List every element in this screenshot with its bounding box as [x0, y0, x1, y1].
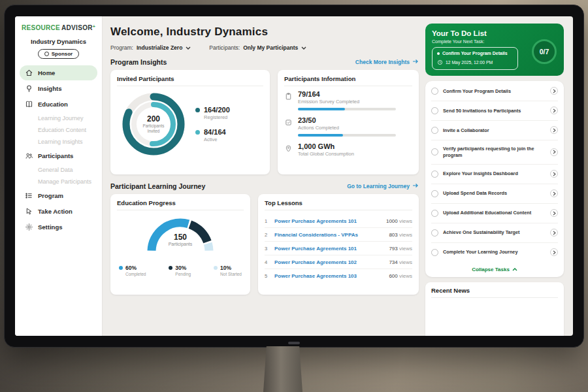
todo-task-list: Confirm Your Program Details Send 50 Inv… [425, 81, 564, 277]
task-checkbox[interactable] [431, 148, 438, 155]
card-title: Invited Participants [117, 75, 263, 86]
sidebar-item-general-data[interactable]: General Data [20, 164, 97, 176]
task-checkbox[interactable] [431, 190, 438, 197]
recent-news-card: Recent News [425, 282, 564, 336]
task-checkbox[interactable] [431, 229, 438, 237]
sidebar-item-label: Program [38, 192, 63, 199]
legend-dot-pending [169, 266, 172, 270]
gauge-center-label: 150 Participants [141, 233, 220, 246]
active-value: 84/164 [204, 128, 226, 136]
emission-survey-value: 79/164 [298, 90, 396, 98]
sidebar-item-insights[interactable]: Insights [20, 81, 97, 96]
legend-dot-registered [195, 108, 200, 112]
sidebar-item-program[interactable]: Program [20, 188, 97, 203]
sidebar-item-education-content[interactable]: Education Content [20, 124, 97, 136]
go-to-learning-journey-link[interactable]: Go to Learning Journey [347, 183, 419, 189]
chevron-right-icon[interactable] [550, 189, 558, 197]
lesson-link[interactable]: Financial Considerations - VPPAs [274, 232, 384, 238]
chevron-right-icon[interactable] [550, 248, 558, 256]
background-room: RESOURCEADVISOR+ Industry Dynamics Spons… [0, 0, 588, 392]
sidebar-item-education[interactable]: Education [20, 97, 97, 112]
task-checkbox[interactable] [431, 127, 438, 134]
chevron-down-icon [301, 44, 306, 51]
sidebar-item-label: Take Action [38, 208, 73, 215]
next-task-box[interactable]: Confirm Your Program Details 12 May 2025… [432, 47, 518, 70]
task-row[interactable]: Upload Additional Educational Content [431, 204, 558, 223]
link-label: Go to Learning Journey [347, 183, 410, 189]
task-row[interactable]: Confirm Your Program Details [431, 82, 558, 101]
main-content: Welcome, Industry Dynamics Program: Indu… [103, 16, 425, 336]
arrow-right-icon [412, 183, 419, 189]
chevron-right-icon[interactable] [550, 209, 558, 217]
program-insights-header: Program Insights Check More Insights [110, 58, 419, 66]
lesson-row: 3 Power Purchase Agreements 101 793 view… [265, 242, 412, 255]
program-filter[interactable]: Program: Industrialize Zero [110, 44, 191, 51]
legend-completed: 60% Completed [119, 265, 146, 276]
chevron-right-icon[interactable] [550, 126, 558, 134]
active-label: Active [204, 137, 226, 142]
bullet-icon [437, 52, 440, 55]
sidebar-item-label: Home [38, 69, 55, 76]
collapse-tasks-button[interactable]: Collapse Tasks [431, 262, 558, 276]
top-lessons-card: Top Lessons 1 Power Purchase Agreements … [258, 194, 419, 295]
sidebar-item-take-action[interactable]: Take Action [20, 204, 97, 219]
arrow-right-icon [412, 59, 419, 65]
chevron-right-icon[interactable] [550, 148, 558, 156]
legend-active: 84/164 Active [195, 128, 230, 142]
lesson-link[interactable]: Power Purchase Agreements 102 [274, 259, 384, 265]
chevron-right-icon[interactable] [550, 87, 558, 95]
clock-icon [437, 59, 443, 66]
sidebar-item-manage-participants[interactable]: Manage Participants [20, 176, 97, 188]
chevron-right-icon[interactable] [550, 229, 558, 237]
sidebar-item-learning-insights[interactable]: Learning Insights [20, 136, 97, 148]
task-checkbox[interactable] [431, 88, 438, 95]
sidebar-item-home[interactable]: Home [20, 65, 97, 80]
actions-completed-value: 23/50 [298, 116, 396, 124]
task-checkbox[interactable] [431, 210, 438, 217]
task-row[interactable]: Complete Your Learning Journey [431, 243, 558, 262]
sidebar-item-learning-journey[interactable]: Learning Journey [20, 112, 97, 124]
consumption-value: 1,000 GWh [298, 142, 354, 150]
lesson-row: 5 Power Purchase Agreements 103 600 view… [265, 269, 412, 282]
legend-dot-active [195, 130, 200, 135]
gauge-center-value: 150 [141, 233, 220, 242]
chevron-right-icon[interactable] [550, 170, 558, 178]
consumption-row: 1,000 GWh Total Global Consumption [284, 142, 412, 160]
sidebar-item-label: Settings [38, 223, 62, 231]
task-checkbox[interactable] [431, 171, 438, 178]
sidebar-item-settings[interactable]: Settings [20, 220, 97, 235]
brand-primary: RESOURCE [22, 24, 60, 31]
sidebar-item-label: Participants [38, 152, 73, 159]
participants-filter[interactable]: Participants: Only My Participants [209, 44, 306, 51]
people-icon [25, 152, 33, 160]
recent-news-title: Recent News [431, 287, 558, 298]
lesson-link[interactable]: Power Purchase Agreements 103 [274, 273, 384, 279]
legend-not-started: 10% Not Started [214, 265, 242, 276]
actions-completed-label: Actions Completed [298, 125, 396, 131]
donut-center-caption: Participants Invited [139, 123, 169, 134]
chevron-right-icon[interactable] [550, 106, 558, 114]
task-row[interactable]: Explore Your Insights Dashboard [431, 165, 558, 184]
sidebar-item-participants[interactable]: Participants [20, 148, 97, 163]
education-progress-card: Education Progress 150 Participants [110, 194, 250, 295]
lesson-link[interactable]: Power Purchase Agreements 101 [274, 246, 384, 252]
due-date: 12 May 2025, 12:00 PM [446, 60, 493, 65]
task-checkbox[interactable] [431, 249, 438, 256]
link-label: Check More Insights [355, 59, 410, 65]
legend-registered: 164/200 Registered [195, 106, 230, 120]
task-row[interactable]: Verify participants requesting to join t… [431, 140, 558, 165]
task-row[interactable]: Achieve One Sustainability Target [431, 223, 558, 243]
todo-summary-card: Your To Do List Complete Your Next Task:… [425, 24, 564, 76]
task-row[interactable]: Invite a Collaborator [431, 121, 558, 140]
learning-journey-header: Participant Learning Journey Go to Learn… [110, 182, 419, 190]
check-more-insights-link[interactable]: Check More Insights [355, 59, 419, 65]
pointer-icon [25, 207, 33, 216]
monitor-stand [263, 346, 302, 392]
task-row[interactable]: Upload Spend Data Records [431, 184, 558, 204]
lesson-link[interactable]: Power Purchase Agreements 101 [274, 218, 382, 224]
task-row[interactable]: Send 50 Invitations to Participants [431, 101, 558, 121]
lesson-row: 1 Power Purchase Agreements 101 1000 vie… [265, 214, 412, 228]
task-checkbox[interactable] [431, 107, 438, 114]
brand-plus: + [93, 24, 95, 29]
todo-progress-badge[interactable]: 0/7 [532, 39, 557, 64]
